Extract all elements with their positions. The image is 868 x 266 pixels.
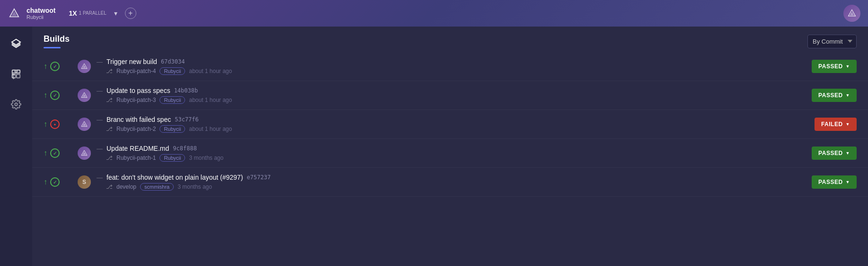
build-status-icons: ↑ xyxy=(44,62,72,71)
build-status-icons: ↑ xyxy=(44,91,72,100)
top-navbar: chatwoot Rubycii 1X 1 PARALLEL ▾ + xyxy=(0,0,868,27)
build-time: about 1 hour ago xyxy=(189,68,232,74)
nav-app-name: chatwoot xyxy=(27,7,55,14)
build-avatar xyxy=(78,118,91,131)
build-branch: Rubycii-patch-3 xyxy=(116,97,156,103)
build-info: — Update README.md 9c8f888 ⎇ Rubycii-pat… xyxy=(97,145,806,162)
user-avatar[interactable] xyxy=(843,5,860,22)
svg-point-9 xyxy=(15,103,18,106)
build-top-line: — feat: don't show widget on plain layou… xyxy=(97,174,806,181)
build-info: — Branc with failed spec 53c77f6 ⎇ Rubyc… xyxy=(97,116,809,133)
build-tag: Rubycii xyxy=(159,125,185,133)
build-hash: e757237 xyxy=(247,174,271,181)
build-status-button[interactable]: PASSED xyxy=(812,147,857,160)
arrow-up-icon: ↑ xyxy=(44,120,47,128)
branch-icon: ⎇ xyxy=(106,126,113,132)
build-status-area: PASSED xyxy=(812,175,857,189)
builds-header: Builds By Commit By Branch By PR xyxy=(32,27,868,48)
build-status-area: PASSED xyxy=(812,60,857,73)
build-hash: 67d3034 xyxy=(161,58,185,65)
build-top-line: — Branc with failed spec 53c77f6 xyxy=(97,116,809,123)
build-name: Branc with failed spec xyxy=(106,116,171,123)
build-bottom-line: ⎇ Rubycii-patch-2 Rubycii about 1 hour a… xyxy=(97,125,809,133)
build-avatar xyxy=(78,89,91,102)
builds-title-area: Builds xyxy=(44,34,70,48)
build-avatar xyxy=(78,60,91,73)
nav-app-info: chatwoot Rubycii xyxy=(27,7,55,20)
build-name: Update to pass specs xyxy=(106,87,170,94)
status-circle-passed xyxy=(50,91,60,100)
build-connector-icon: — xyxy=(97,87,103,94)
build-branch: Rubycii-patch-4 xyxy=(116,68,156,74)
branch-icon: ⎇ xyxy=(106,97,113,103)
build-name: Update README.md xyxy=(106,145,169,152)
arrow-up-icon: ↑ xyxy=(44,149,47,157)
build-avatar xyxy=(78,147,91,160)
build-hash: 9c8f888 xyxy=(173,145,197,152)
branch-icon: ⎇ xyxy=(106,183,113,190)
nav-app-sub: Rubycii xyxy=(27,14,55,20)
build-row[interactable]: ↑ — Update README.md 9c8f888 ⎇ Rubycii-p… xyxy=(32,139,868,168)
build-time: 3 months ago xyxy=(189,155,223,161)
build-status-area: PASSED xyxy=(812,89,857,102)
arrow-up-icon: ↑ xyxy=(44,62,47,71)
build-branch: Rubycii-patch-1 xyxy=(116,155,156,161)
build-branch: Rubycii-patch-2 xyxy=(116,126,156,132)
parallel-dropdown-button[interactable]: ▾ xyxy=(112,8,119,19)
build-info: — Trigger new build 67d3034 ⎇ Rubycii-pa… xyxy=(97,58,806,75)
build-top-line: — Trigger new build 67d3034 xyxy=(97,58,806,65)
builds-page-title: Builds xyxy=(44,34,70,44)
build-tag: Rubycii xyxy=(159,154,185,162)
build-connector-icon: — xyxy=(97,116,103,123)
build-branch: develop xyxy=(116,183,136,190)
build-tag: Rubycii xyxy=(159,67,185,75)
add-parallel-button[interactable]: + xyxy=(125,8,136,19)
build-connector-icon: — xyxy=(97,58,103,65)
build-status-icons: ↑ xyxy=(44,119,72,129)
build-row[interactable]: ↑ — Branc with failed spec 53c77f6 ⎇ Rub… xyxy=(32,110,868,139)
build-status-button[interactable]: PASSED xyxy=(812,60,857,73)
build-top-line: — Update README.md 9c8f888 xyxy=(97,145,806,152)
branch-icon: ⎇ xyxy=(106,68,113,74)
build-tag: scmmishra xyxy=(140,183,174,191)
sidebar-item-puzzle[interactable] xyxy=(7,64,26,83)
build-hash: 53c77f6 xyxy=(175,116,199,123)
build-status-area: PASSED xyxy=(812,147,857,160)
build-connector-icon: — xyxy=(97,145,103,152)
nav-parallel-count: 1X xyxy=(69,9,77,17)
build-row[interactable]: ↑ S — feat: don't show widget on plain l… xyxy=(32,168,868,197)
build-status-area: FAILED xyxy=(815,118,857,131)
build-avatar: S xyxy=(78,175,91,189)
main-container: Builds By Commit By Branch By PR ↑ — Tri… xyxy=(0,27,868,266)
arrow-up-icon: ↑ xyxy=(44,178,47,186)
build-time: 3 months ago xyxy=(177,183,212,190)
build-bottom-line: ⎇ Rubycii-patch-3 Rubycii about 1 hour a… xyxy=(97,96,806,104)
build-name: feat: don't show widget on plain layout … xyxy=(106,174,243,181)
build-row[interactable]: ↑ — Trigger new build 67d3034 ⎇ Rubycii-… xyxy=(32,52,868,81)
build-status-button[interactable]: PASSED xyxy=(812,89,857,102)
status-circle-passed xyxy=(50,148,60,158)
filter-select[interactable]: By Commit By Branch By PR xyxy=(807,35,857,48)
build-bottom-line: ⎇ develop scmmishra 3 months ago xyxy=(97,183,806,191)
status-circle-failed xyxy=(50,119,60,129)
build-status-button[interactable]: PASSED xyxy=(812,175,857,189)
arrow-up-icon: ↑ xyxy=(44,91,47,100)
build-status-icons: ↑ xyxy=(44,148,72,158)
build-top-line: — Update to pass specs 14b038b xyxy=(97,87,806,94)
nav-parallel-info: 1X 1 PARALLEL xyxy=(69,9,106,17)
content-area: Builds By Commit By Branch By PR ↑ — Tri… xyxy=(32,27,868,266)
svg-rect-8 xyxy=(17,74,20,78)
nav-parallel-label: 1 PARALLEL xyxy=(79,10,106,16)
sidebar-item-settings[interactable] xyxy=(7,95,26,114)
build-tag: Rubycii xyxy=(159,96,185,104)
status-circle-passed xyxy=(50,62,60,71)
sidebar-item-layers[interactable] xyxy=(7,34,26,53)
build-status-button[interactable]: FAILED xyxy=(815,118,857,131)
nav-logo-icon[interactable] xyxy=(8,7,21,20)
build-connector-icon: — xyxy=(97,174,103,181)
build-row[interactable]: ↑ — Update to pass specs 14b038b ⎇ Rubyc… xyxy=(32,81,868,110)
build-status-icons: ↑ xyxy=(44,177,72,187)
branch-icon: ⎇ xyxy=(106,155,113,161)
builds-list: ↑ — Trigger new build 67d3034 ⎇ Rubycii-… xyxy=(32,48,868,266)
status-circle-passed xyxy=(50,177,60,187)
